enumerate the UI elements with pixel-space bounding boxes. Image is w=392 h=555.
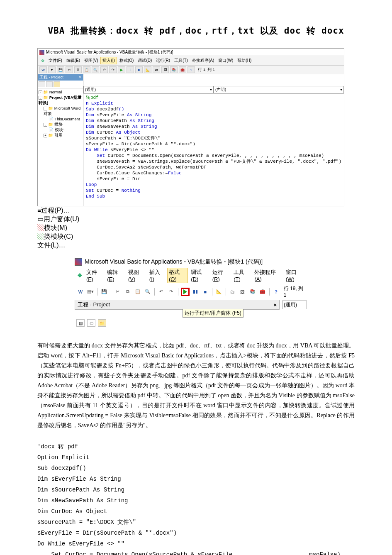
- tool-redo-icon[interactable]: ↷: [109, 66, 117, 73]
- tool-run-icon[interactable]: ▶: [118, 66, 125, 73]
- project-explorer-header: 工程 - Project ×: [38, 74, 83, 81]
- menu-insert[interactable]: 插入(I): [100, 57, 117, 64]
- tool-toolbox-icon[interactable]: 🧰: [258, 288, 267, 296]
- tree-project[interactable]: Project (VBA批量转换): [39, 95, 82, 105]
- menu-help[interactable]: 帮助(H): [236, 57, 253, 64]
- popup-classmodule[interactable]: ▧类模块(C): [37, 232, 355, 241]
- menu-format[interactable]: 格式(O): [118, 57, 135, 64]
- menu-tools[interactable]: 工具(T): [173, 57, 190, 64]
- view-code-icon[interactable]: ▤: [76, 319, 85, 327]
- tool-cut-icon[interactable]: ✂: [114, 288, 122, 296]
- menu-file[interactable]: 文件(F): [85, 268, 104, 283]
- tool-redo-icon[interactable]: ↷: [167, 288, 175, 296]
- tool-toolbox-icon[interactable]: 🧰: [179, 66, 186, 73]
- menu-debug[interactable]: 调试(D): [136, 57, 153, 64]
- tool-find-icon[interactable]: 🔍: [144, 288, 152, 296]
- project-explorer-toolbar-2: ▤ ▭ 📁: [75, 318, 307, 327]
- project-explorer: 工程 - Project × -📁 Normal -📁 Project (VBA…: [38, 74, 83, 206]
- tool-break-icon[interactable]: ⏸: [127, 66, 134, 73]
- tool-save-icon[interactable]: 💾: [57, 66, 64, 73]
- procedure-dropdown[interactable]: (声明)▾: [214, 86, 344, 93]
- popup-procedure[interactable]: ≡过程(P)…: [37, 206, 355, 215]
- tool-word-icon[interactable]: W: [39, 66, 47, 73]
- tool-help-icon[interactable]: ?: [187, 66, 195, 73]
- tool-objbrowser-icon[interactable]: 📚: [248, 288, 257, 296]
- close-icon[interactable]: ×: [273, 302, 277, 308]
- menu-format[interactable]: 格式(O): [167, 268, 188, 283]
- code-editor[interactable]: (通用)▾ (声明)▾ 转pdf n Explicit Sub docx2pdf…: [83, 74, 344, 206]
- object-dropdown-2[interactable]: (通用): [282, 301, 307, 309]
- tool-project-icon[interactable]: 🗂: [229, 288, 237, 296]
- object-dropdown-label: (通用): [284, 301, 297, 308]
- window-titlebar-2: Microsoft Visual Basic for Applications …: [75, 257, 307, 266]
- menu-edit[interactable]: 编辑(E): [106, 268, 125, 283]
- tool-paste-icon[interactable]: 📋: [134, 288, 142, 296]
- tree-normal[interactable]: Normal: [49, 90, 62, 94]
- project-explorer-title-2: 工程 - Project: [78, 301, 110, 308]
- tool-paste-icon[interactable]: 📋: [83, 66, 90, 73]
- tree-thisdocument[interactable]: ThisDocument: [54, 117, 80, 121]
- view-object-icon[interactable]: [46, 81, 53, 87]
- menubar: ✥ 文件(F) 编辑(E) 视图(V) 插入(I) 格式(O) 调试(D) 运行…: [38, 56, 344, 66]
- tool-copy-icon[interactable]: ⧉: [124, 288, 132, 296]
- tree-modules[interactable]: 模块: [54, 122, 63, 127]
- menu-edit[interactable]: 编辑(E): [65, 57, 82, 64]
- toolbar: W ▾ 💾 ✂ ⧉ 📋 🔍 ↶ ↷ ▶ ⏸ ■ 📐 🗂 🖼 📚 🧰 ? 行 1,…: [38, 66, 344, 74]
- tree-references[interactable]: 引用: [54, 133, 63, 137]
- code-line: 转pdf: [86, 95, 99, 100]
- tool-save-icon[interactable]: 💾: [100, 288, 108, 296]
- menu-run[interactable]: 运行(R): [154, 57, 172, 64]
- tree-word-objects[interactable]: Microsoft Word 对象: [44, 106, 80, 116]
- code-line: n Explicit: [86, 101, 113, 106]
- tool-reset-icon[interactable]: ■: [135, 66, 143, 73]
- tool-design-icon[interactable]: 📐: [215, 288, 223, 296]
- close-icon[interactable]: ×: [79, 75, 81, 80]
- menu-view[interactable]: 视图(V): [83, 57, 100, 64]
- popup-file[interactable]: 文件(L)…: [37, 241, 355, 250]
- tool-project-icon[interactable]: 🗂: [153, 66, 160, 73]
- view-object-icon[interactable]: ▭: [87, 319, 95, 327]
- tool-design-icon[interactable]: 📐: [144, 66, 151, 73]
- toolbar-2: W ▤▾ 💾 ✂ ⧉ 📋 🔍 ↶ ↷ ▮▮ ■ 📐 🗂 🖼 📚 🧰 ?: [75, 284, 307, 299]
- tool-find-icon[interactable]: 🔍: [92, 66, 99, 73]
- menu-addins[interactable]: 外接程序(A): [190, 57, 216, 64]
- menu-debug[interactable]: 调试(D): [190, 268, 209, 283]
- window-titlebar: Microsoft Visual Basic for Applications …: [38, 49, 344, 56]
- menu-insert[interactable]: 插入(I): [148, 268, 166, 283]
- menu-window[interactable]: 窗口(W): [285, 268, 305, 283]
- menu-tools[interactable]: 工具(T): [232, 268, 251, 283]
- screenshot-vba-ide: Microsoft Visual Basic for Applications …: [37, 48, 355, 250]
- menubar-app-icon: ✥: [39, 57, 46, 64]
- project-tree[interactable]: -📁 Normal -📁 Project (VBA批量转换) -📁 Micros…: [38, 88, 83, 139]
- menu-addins[interactable]: 外接程序(A): [253, 268, 282, 283]
- tool-properties-icon[interactable]: 🖼: [239, 288, 247, 296]
- tool-insert-dropdown[interactable]: ▤▾: [86, 288, 95, 296]
- tool-reset-icon[interactable]: ■: [201, 288, 209, 296]
- tool-undo-icon[interactable]: ↶: [100, 66, 108, 73]
- popup-userform[interactable]: ▭用户窗体(U): [37, 215, 355, 224]
- tool-copy-icon[interactable]: ⧉: [74, 66, 82, 73]
- tool-properties-icon[interactable]: 🖼: [161, 66, 169, 73]
- object-dropdown[interactable]: (通用)▾: [83, 86, 214, 93]
- tool-break-icon[interactable]: ▮▮: [191, 288, 200, 296]
- run-tooltip: 运行子过程/用户窗体 (F5): [183, 309, 243, 318]
- tool-undo-icon[interactable]: ↶: [157, 288, 166, 296]
- project-explorer-header-2: 工程 - Project ×: [75, 300, 280, 310]
- tool-word-icon[interactable]: W: [76, 288, 85, 296]
- tool-cut-icon[interactable]: ✂: [66, 66, 73, 73]
- tool-help-icon[interactable]: ?: [272, 288, 280, 296]
- tree-module1[interactable]: 模块1: [55, 127, 65, 132]
- article-body: 有时候需要把大量的 docx 文件另存为其它格式，比如 pdf、doc、rtf、…: [37, 341, 355, 430]
- menu-run[interactable]: 运行(R): [211, 268, 231, 283]
- menu-view[interactable]: 视图(V): [127, 268, 146, 283]
- toggle-folders-icon[interactable]: [54, 81, 60, 87]
- toggle-folders-icon[interactable]: 📁: [98, 319, 106, 327]
- view-code-icon[interactable]: [39, 81, 45, 87]
- popup-module[interactable]: ▧模块(M): [37, 224, 355, 232]
- menu-window[interactable]: 窗口(W): [217, 57, 235, 64]
- tool-insert-dropdown[interactable]: ▾: [48, 66, 56, 73]
- tool-run-icon[interactable]: [181, 288, 190, 296]
- tool-objbrowser-icon[interactable]: 📚: [170, 66, 178, 73]
- code-listing: 'docx 转 pdf Option Explicit Sub docx2pdf…: [37, 441, 355, 555]
- menu-file[interactable]: 文件(F): [47, 57, 64, 64]
